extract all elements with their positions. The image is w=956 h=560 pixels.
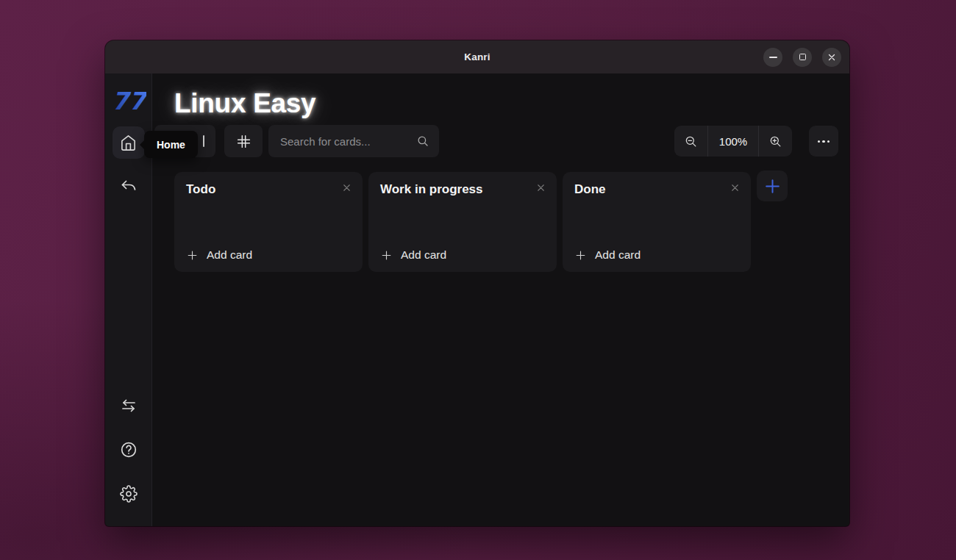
column-done: Done Add card xyxy=(563,172,751,272)
grid-icon xyxy=(236,134,252,149)
undo-icon xyxy=(120,178,138,195)
column-title: Todo xyxy=(186,181,215,197)
add-card-label: Add card xyxy=(401,248,446,262)
close-icon xyxy=(730,182,741,193)
window-titlebar[interactable]: Kanri xyxy=(105,40,849,73)
help-icon xyxy=(120,441,138,459)
column-title: Work in progress xyxy=(380,181,483,197)
board-title[interactable]: Linux Easy xyxy=(174,87,315,121)
sidebar-help-button[interactable] xyxy=(113,434,145,466)
zoom-controls: 100% xyxy=(674,126,792,157)
board-area: Linux Easy xyxy=(152,73,849,526)
home-tooltip-label: Home xyxy=(157,139,185,151)
more-options-icon xyxy=(818,140,820,143)
home-tooltip: Home xyxy=(144,131,198,158)
search-box xyxy=(268,125,439,157)
board-toolbar: 100% xyxy=(154,125,838,157)
sidebar-settings-button[interactable] xyxy=(113,478,145,510)
zoom-in-icon xyxy=(768,134,782,148)
plus-icon xyxy=(186,249,199,262)
search-input[interactable] xyxy=(268,125,439,157)
zoom-level: 100% xyxy=(708,126,758,157)
delete-column-button[interactable] xyxy=(340,181,354,195)
kanri-app-window: Kanri xyxy=(105,40,849,526)
column-card-area xyxy=(186,197,354,248)
zoom-in-button[interactable] xyxy=(758,126,792,157)
close-icon xyxy=(827,53,836,62)
close-button[interactable] xyxy=(822,48,841,67)
delete-column-button[interactable] xyxy=(728,181,742,195)
settings-icon xyxy=(120,485,138,503)
column-todo: Todo Add card xyxy=(174,172,363,272)
grid-view-button[interactable] xyxy=(224,125,263,157)
column-title: Done xyxy=(574,181,606,197)
close-icon xyxy=(341,182,352,193)
kanri-logo-icon: 77 xyxy=(111,84,146,118)
plus-icon xyxy=(574,249,587,262)
add-card-label: Add card xyxy=(207,248,252,262)
plus-icon xyxy=(380,249,393,262)
minimize-icon xyxy=(769,57,777,58)
add-column-button[interactable] xyxy=(757,170,788,201)
more-options-button[interactable] xyxy=(809,126,838,157)
close-icon xyxy=(535,182,546,193)
delete-column-button[interactable] xyxy=(534,181,548,195)
home-icon xyxy=(120,134,137,151)
kanban-columns: Todo Add card Work i xyxy=(174,172,849,272)
swap-icon xyxy=(120,397,138,414)
maximize-button[interactable] xyxy=(793,48,812,67)
desktop-wallpaper: { "window": { "title": "Kanri", "control… xyxy=(0,0,956,560)
svg-text:77: 77 xyxy=(112,87,146,115)
zoom-out-icon xyxy=(684,134,698,148)
text-cursor-icon xyxy=(203,135,204,147)
column-work-in-progress: Work in progress Add card xyxy=(368,172,557,272)
plus-icon xyxy=(763,177,782,195)
sidebar-switch-board-button[interactable] xyxy=(113,390,145,422)
maximize-icon xyxy=(799,54,806,60)
column-card-area xyxy=(380,197,548,248)
zoom-out-button[interactable] xyxy=(674,126,708,157)
column-card-area xyxy=(574,197,742,248)
add-card-button[interactable]: Add card xyxy=(574,248,641,262)
window-title: Kanri xyxy=(464,51,491,62)
sidebar-undo-button[interactable] xyxy=(113,170,145,203)
window-controls xyxy=(763,40,841,73)
minimize-button[interactable] xyxy=(763,48,782,67)
add-card-label: Add card xyxy=(595,248,641,262)
add-card-button[interactable]: Add card xyxy=(380,248,446,262)
add-card-button[interactable]: Add card xyxy=(186,248,252,262)
